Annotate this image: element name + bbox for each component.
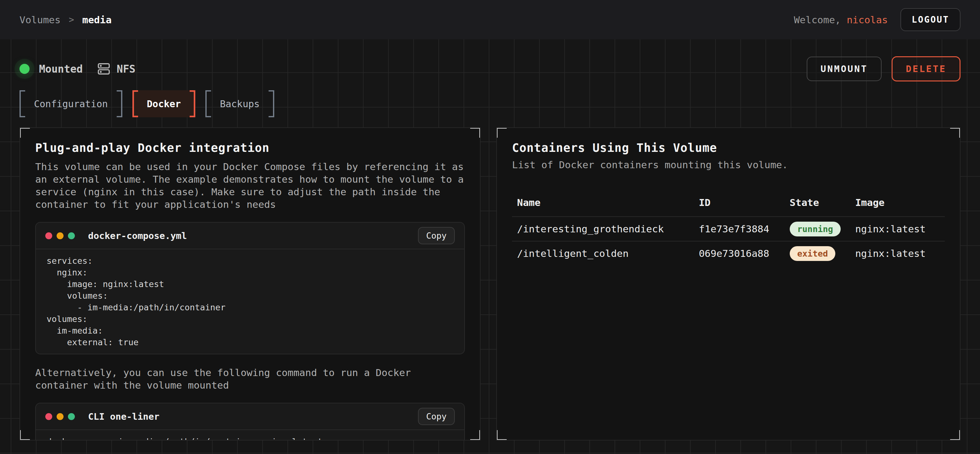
panel-corner-icon [470, 430, 480, 440]
driver-label: NFS [117, 63, 135, 75]
traffic-light-yellow-icon [57, 413, 64, 420]
delete-button[interactable]: DELETE [892, 56, 961, 81]
compose-filename: docker-compose.yml [88, 230, 187, 241]
containers-panel-subtitle: List of Docker containers mounting this … [512, 159, 945, 170]
column-header-id: ID [699, 197, 790, 208]
docker-integration-panel: Plug-and-play Docker integration This vo… [19, 127, 480, 440]
welcome-prefix: Welcome, [794, 14, 846, 25]
traffic-light-yellow-icon [57, 232, 64, 239]
container-image: nginx:latest [855, 223, 940, 235]
breadcrumb-separator-icon: > [69, 14, 74, 25]
username: nicolas [846, 14, 888, 25]
volume-driver: NFS [97, 62, 135, 76]
column-header-state: State [790, 197, 855, 208]
bracket-right-icon [190, 90, 195, 117]
state-badge: running [790, 222, 841, 237]
breadcrumb-current-page: media [83, 14, 111, 25]
bracket-left-icon [132, 90, 138, 117]
panel-corner-icon [19, 430, 30, 440]
traffic-lights-icon [45, 413, 75, 420]
panel-corner-icon [496, 127, 507, 138]
logout-button[interactable]: LOGOUT [900, 8, 961, 31]
container-name: /intelligent_colden [517, 248, 699, 259]
containers-panel-title: Containers Using This Volume [512, 141, 945, 155]
tab-bar: Configuration Docker Backups [19, 90, 961, 117]
tab-backups[interactable]: Backups [205, 90, 274, 117]
compose-code-block: docker-compose.yml Copy services: nginx:… [35, 222, 465, 354]
panel-corner-icon [470, 127, 480, 138]
mount-status: Mounted [19, 63, 83, 75]
traffic-lights-icon [45, 232, 75, 239]
docker-panel-description: This volume can be used in your Docker C… [35, 160, 465, 211]
traffic-light-red-icon [45, 232, 52, 239]
compose-copy-button[interactable]: Copy [418, 227, 455, 244]
container-id: 069e73016a88 [699, 248, 790, 259]
bracket-right-icon [117, 90, 123, 117]
tab-docker[interactable]: Docker [132, 90, 195, 117]
traffic-light-green-icon [68, 232, 75, 239]
top-bar: Volumes > media Welcome, nicolas LOGOUT [0, 0, 980, 39]
main-content: Mounted NFS UNMOUNT DELETE Configuration [0, 39, 980, 454]
unmount-button[interactable]: UNMOUNT [807, 57, 881, 81]
traffic-light-red-icon [45, 413, 52, 420]
welcome-text: Welcome, nicolas [794, 14, 888, 25]
breadcrumb: Volumes > media [19, 14, 111, 25]
bracket-left-icon [205, 90, 211, 117]
bracket-right-icon [269, 90, 274, 117]
table-header-row: Name ID State Image [512, 194, 945, 216]
cli-code: docker run -v im-media:/path/in/containe… [36, 430, 464, 440]
panel-corner-icon [496, 430, 507, 440]
tab-configuration[interactable]: Configuration [19, 90, 123, 117]
server-icon [97, 62, 111, 76]
container-name: /interesting_grothendieck [517, 223, 699, 235]
container-id: f1e73e7f3884 [699, 223, 790, 235]
container-image: nginx:latest [855, 248, 940, 259]
breadcrumb-volumes-link[interactable]: Volumes [19, 14, 61, 25]
containers-table: Name ID State Image /interesting_grothen… [512, 194, 945, 265]
panel-corner-icon [19, 127, 30, 138]
panel-corner-icon [950, 430, 961, 440]
mounted-status-dot-icon [19, 64, 30, 74]
panel-corner-icon [950, 127, 961, 138]
column-header-name: Name [517, 197, 699, 208]
tab-label: Docker [147, 98, 181, 110]
cli-intro-text: Alternatively, you can use the following… [35, 366, 465, 391]
cli-filename: CLI one-liner [88, 411, 159, 422]
state-badge: exited [790, 246, 836, 261]
table-row: /intelligent_colden 069e73016a88 exited … [512, 241, 945, 265]
mount-status-label: Mounted [39, 63, 83, 75]
table-row: /interesting_grothendieck f1e73e7f3884 r… [512, 216, 945, 241]
traffic-light-green-icon [68, 413, 75, 420]
tab-label: Configuration [34, 98, 108, 110]
tab-label: Backups [220, 98, 259, 110]
compose-code: services: nginx: image: nginx:latest vol… [36, 249, 464, 354]
cli-copy-button[interactable]: Copy [418, 408, 455, 425]
cli-code-block: CLI one-liner Copy docker run -v im-medi… [35, 403, 465, 440]
containers-panel: Containers Using This Volume List of Doc… [496, 127, 961, 440]
column-header-image: Image [855, 197, 940, 208]
bracket-left-icon [19, 90, 25, 117]
docker-panel-title: Plug-and-play Docker integration [35, 141, 465, 155]
